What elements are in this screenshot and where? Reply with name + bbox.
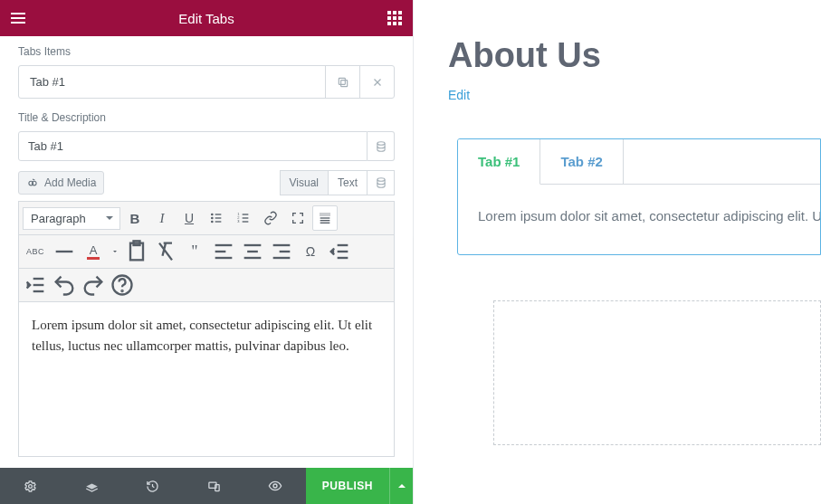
duplicate-icon[interactable] [325, 66, 359, 98]
paste-text-icon[interactable] [124, 239, 149, 264]
editor-panel: Edit Tabs Tabs Items Tab #1 Title & Desc… [0, 0, 414, 504]
svg-point-10 [212, 221, 213, 222]
svg-point-47 [273, 484, 277, 488]
preview-tab-1[interactable]: Tab #1 [458, 139, 540, 185]
svg-text:3: 3 [237, 219, 240, 223]
tab-item-title: Tab #1 [19, 66, 325, 98]
history-icon[interactable] [122, 468, 184, 504]
svg-point-9 [212, 217, 213, 218]
navigator-icon[interactable] [62, 468, 123, 504]
rich-text-editor: Paragraph B I U 123 ABC A [18, 201, 395, 457]
bullet-list-icon[interactable] [204, 205, 229, 231]
tabs-nav: Tab #1 Tab #2 [458, 139, 820, 185]
title-input[interactable] [18, 131, 368, 161]
preview-area: About Us Edit Tab #1 Tab #2 Lorem ipsum … [414, 0, 821, 504]
publish-button[interactable]: PUBLISH [306, 468, 389, 504]
clear-formatting-icon[interactable] [153, 239, 178, 264]
italic-icon[interactable]: I [149, 205, 175, 231]
align-right-icon[interactable] [269, 239, 294, 264]
panel-body: Tabs Items Tab #1 Title & Description [0, 36, 413, 468]
svg-rect-0 [340, 80, 347, 86]
text-color-icon[interactable]: A [81, 239, 106, 264]
indent-icon[interactable] [23, 272, 48, 298]
fullscreen-icon[interactable] [285, 205, 310, 231]
svg-point-8 [212, 214, 213, 214]
visual-tab[interactable]: Visual [280, 170, 329, 195]
tabs-nav-spacer [624, 139, 820, 185]
svg-point-43 [121, 290, 122, 291]
tabs-widget[interactable]: Tab #1 Tab #2 Lorem ipsum dolor sit amet… [457, 138, 821, 255]
edit-link[interactable]: Edit [448, 88, 470, 102]
preview-tab-2[interactable]: Tab #2 [540, 139, 623, 185]
panel-title: Edit Tabs [25, 11, 387, 26]
format-select[interactable]: Paragraph [23, 207, 120, 230]
strikethrough-icon[interactable]: ABC [23, 239, 48, 264]
editor-content[interactable]: Lorem ipsum dolor sit amet, consectetur … [19, 302, 394, 456]
tabs-items-label: Tabs Items [0, 36, 413, 65]
editor-toolbar-row-3 [19, 269, 394, 302]
align-left-icon[interactable] [211, 239, 236, 264]
close-icon[interactable] [359, 66, 394, 98]
redo-icon[interactable] [81, 272, 106, 298]
add-media-button[interactable]: Add Media [18, 171, 104, 195]
blockquote-icon[interactable]: " [182, 239, 207, 264]
svg-point-44 [29, 484, 33, 488]
tab-item-row[interactable]: Tab #1 [18, 65, 395, 99]
outdent-icon[interactable] [327, 239, 352, 264]
text-color-chevron-icon[interactable] [110, 239, 120, 264]
toolbar-toggle-icon[interactable] [312, 205, 338, 231]
editor-toolbar-row-2: ABC A " Ω [19, 235, 394, 269]
responsive-icon[interactable] [184, 468, 245, 504]
svg-point-4 [377, 141, 384, 145]
align-center-icon[interactable] [240, 239, 265, 264]
horizontal-rule-icon[interactable] [52, 239, 77, 264]
settings-icon[interactable] [0, 468, 62, 504]
link-icon[interactable] [258, 205, 283, 231]
bold-icon[interactable]: B [122, 205, 148, 231]
editor-toolbar-row-1: Paragraph B I U 123 [19, 202, 394, 235]
bottom-bar: PUBLISH [0, 468, 413, 504]
publish-options-icon[interactable] [389, 468, 413, 504]
preview-icon[interactable] [244, 468, 306, 504]
svg-rect-20 [320, 214, 330, 216]
panel-header: Edit Tabs [0, 0, 413, 36]
svg-rect-1 [339, 78, 345, 84]
drop-zone[interactable] [493, 300, 821, 445]
tab-content: Lorem ipsum dolor sit amet, consectetur … [458, 185, 820, 254]
undo-icon[interactable] [52, 272, 77, 298]
add-media-label: Add Media [44, 176, 96, 189]
menu-icon[interactable] [11, 13, 25, 24]
svg-point-7 [377, 178, 384, 182]
text-tab[interactable]: Text [329, 170, 368, 195]
help-icon[interactable] [110, 272, 135, 298]
numbered-list-icon[interactable]: 123 [231, 205, 256, 231]
title-description-label: Title & Description [0, 108, 413, 131]
underline-icon[interactable]: U [177, 205, 202, 231]
page-title: About Us [448, 36, 821, 75]
apps-grid-icon[interactable] [387, 11, 402, 25]
dynamic-tag-icon[interactable] [368, 170, 395, 195]
special-character-icon[interactable]: Ω [298, 239, 323, 264]
dynamic-tag-icon[interactable] [368, 131, 395, 161]
